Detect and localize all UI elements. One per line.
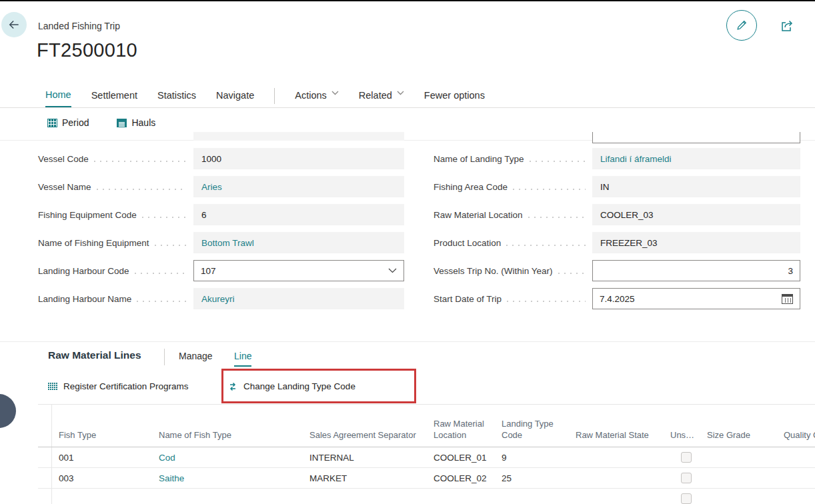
period-button[interactable]: Period bbox=[47, 117, 89, 128]
section-divider bbox=[0, 341, 815, 342]
field-column-left: Vessel Code 1000 Vessel Name Aries Fishi… bbox=[38, 148, 404, 316]
col-raw-material-state[interactable]: Raw Material State bbox=[569, 405, 664, 447]
tab-settlement[interactable]: Settlement bbox=[91, 90, 137, 107]
raw-material-location-value[interactable]: COOLER_03 bbox=[592, 204, 800, 225]
cell-fish-name-link[interactable]: Saithe bbox=[159, 473, 184, 483]
back-button[interactable] bbox=[1, 12, 27, 37]
field-fishing-area-code: Fishing Area Code IN bbox=[434, 176, 800, 197]
grid-header-row: Fish Type Name of Fish Type Sales Agreem… bbox=[38, 405, 815, 447]
menu-bar: Home Settlement Statistics Navigate Acti… bbox=[45, 88, 485, 108]
col-landing-type-code[interactable]: Landing Type Code bbox=[495, 405, 569, 447]
product-location-value[interactable]: FREEZER_03 bbox=[592, 232, 800, 253]
section-tab-manage[interactable]: Manage bbox=[179, 351, 213, 361]
menu-related[interactable]: Related bbox=[359, 90, 404, 107]
hauls-label: Hauls bbox=[131, 117, 155, 128]
cell-separator[interactable]: MARKET bbox=[303, 468, 427, 488]
fishing-equipment-code-value[interactable]: 6 bbox=[193, 204, 404, 225]
field-label: Name of Landing Type bbox=[434, 154, 524, 164]
start-date-input[interactable] bbox=[600, 294, 778, 304]
cell-rm-state[interactable] bbox=[569, 489, 664, 504]
fewer-options[interactable]: Fewer options bbox=[424, 90, 485, 107]
field-label: Fishing Equipment Code bbox=[38, 210, 137, 220]
unspecified-checkbox[interactable] bbox=[681, 452, 692, 463]
tab-statistics[interactable]: Statistics bbox=[157, 90, 196, 107]
cell-separator[interactable]: INTERNAL bbox=[303, 447, 427, 467]
calendar-icon[interactable] bbox=[782, 294, 793, 304]
field-product-location: Product Location FREEZER_03 bbox=[434, 232, 800, 253]
unspecified-checkbox[interactable] bbox=[681, 493, 692, 504]
cell-rm-location[interactable]: COOLER_02 bbox=[427, 468, 495, 488]
field-fishing-equipment-code: Fishing Equipment Code 6 bbox=[38, 204, 404, 225]
tab-home[interactable]: Home bbox=[45, 89, 71, 107]
col-size-grade[interactable]: Size Grade bbox=[700, 405, 777, 447]
section-tab-line[interactable]: Line bbox=[234, 351, 251, 367]
cell-quality-grade[interactable] bbox=[777, 489, 815, 504]
cell-rm-location[interactable]: COOLER_01 bbox=[427, 447, 495, 467]
cell-fish-name-link[interactable]: Cod bbox=[159, 453, 175, 463]
table-row-empty[interactable] bbox=[38, 489, 815, 504]
vessel-code-value[interactable]: 1000 bbox=[193, 148, 404, 169]
row-selector[interactable] bbox=[38, 489, 52, 504]
landing-type-name-link[interactable]: Lifandi í áframeldi bbox=[592, 148, 800, 169]
vessels-trip-no-input[interactable] bbox=[600, 266, 793, 276]
col-raw-material-location[interactable]: Raw Material Location bbox=[427, 405, 495, 447]
vessel-name-link[interactable]: Aries bbox=[193, 176, 404, 197]
col-fish-type[interactable]: Fish Type bbox=[52, 405, 152, 447]
cell-fish-type[interactable]: 003 bbox=[52, 468, 152, 488]
landing-harbour-code-input[interactable] bbox=[201, 266, 384, 276]
edit-button[interactable] bbox=[726, 10, 757, 41]
cell-rm-state[interactable] bbox=[569, 447, 664, 467]
cell-rm-state[interactable] bbox=[569, 468, 664, 488]
cell-landing-type-code[interactable]: 25 bbox=[495, 468, 569, 488]
unspecified-checkbox[interactable] bbox=[681, 473, 692, 483]
pencil-icon bbox=[735, 19, 748, 32]
share-icon bbox=[779, 18, 795, 34]
dotted-leader bbox=[528, 217, 586, 218]
raw-material-lines-grid: Fish Type Name of Fish Type Sales Agreem… bbox=[38, 404, 815, 504]
field-name-of-fishing-equipment: Name of Fishing Equipment Bottom Trawl bbox=[38, 232, 404, 253]
cell-quality-grade[interactable] bbox=[777, 447, 815, 467]
dotted-leader bbox=[530, 161, 586, 162]
table-row[interactable]: 003 Saithe MARKET COOLER_02 25 bbox=[38, 468, 815, 489]
cell-size-grade[interactable] bbox=[700, 468, 777, 488]
chevron-down-icon bbox=[331, 91, 339, 95]
field-start-date-of-trip: Start Date of Trip bbox=[434, 288, 800, 309]
row-selector[interactable] bbox=[38, 468, 52, 488]
cell-size-grade[interactable] bbox=[700, 447, 777, 467]
cut-field-left bbox=[193, 132, 404, 141]
col-sales-agreement-separator[interactable]: Sales Agreement Separator bbox=[303, 405, 427, 447]
cell-landing-type-code[interactable] bbox=[495, 489, 569, 504]
cell-fish-type[interactable] bbox=[52, 489, 152, 504]
landed-fishing-trip-page: Landed Fishing Trip FT2500010 Home Settl… bbox=[0, 0, 815, 504]
field-label: Vessel Code bbox=[38, 154, 89, 164]
page-title: FT2500010 bbox=[37, 39, 137, 61]
field-landing-harbour-code: Landing Harbour Code bbox=[38, 260, 404, 281]
menu-actions[interactable]: Actions bbox=[295, 90, 339, 107]
field-raw-material-location: Raw Material Location COOLER_03 bbox=[434, 204, 800, 225]
certification-icon bbox=[48, 382, 58, 391]
col-quality-grade[interactable]: Quality Grade bbox=[777, 405, 815, 447]
fishing-area-code-value[interactable]: IN bbox=[592, 176, 800, 197]
dotted-leader bbox=[137, 301, 187, 302]
cell-rm-location[interactable] bbox=[427, 489, 495, 504]
fishing-equipment-name-link[interactable]: Bottom Trawl bbox=[193, 232, 404, 253]
field-name-of-landing-type: Name of Landing Type Lifandi í áframeldi bbox=[434, 148, 800, 169]
col-unspecified[interactable]: Uns… bbox=[664, 405, 700, 447]
cell-size-grade[interactable] bbox=[700, 489, 777, 504]
share-button[interactable] bbox=[778, 17, 796, 35]
chevron-down-icon[interactable] bbox=[388, 268, 397, 273]
tab-navigate[interactable]: Navigate bbox=[216, 90, 254, 107]
hauls-button[interactable]: Hauls bbox=[117, 117, 155, 128]
landing-harbour-name-link[interactable]: Akureyri bbox=[193, 288, 404, 309]
table-row[interactable]: 001 Cod INTERNAL COOLER_01 9 bbox=[38, 447, 815, 468]
row-selector[interactable] bbox=[38, 447, 52, 467]
menu-underline bbox=[0, 107, 815, 108]
cell-fish-name[interactable] bbox=[152, 489, 303, 504]
col-name-of-fish-type[interactable]: Name of Fish Type bbox=[152, 405, 303, 447]
cell-fish-type[interactable]: 001 bbox=[52, 447, 152, 467]
register-certification-programs-button[interactable]: Register Certification Programs bbox=[48, 369, 189, 404]
cell-separator[interactable] bbox=[303, 489, 427, 504]
cell-quality-grade[interactable] bbox=[777, 468, 815, 488]
cell-landing-type-code[interactable]: 9 bbox=[495, 447, 569, 467]
field-vessel-code: Vessel Code 1000 bbox=[38, 148, 404, 169]
